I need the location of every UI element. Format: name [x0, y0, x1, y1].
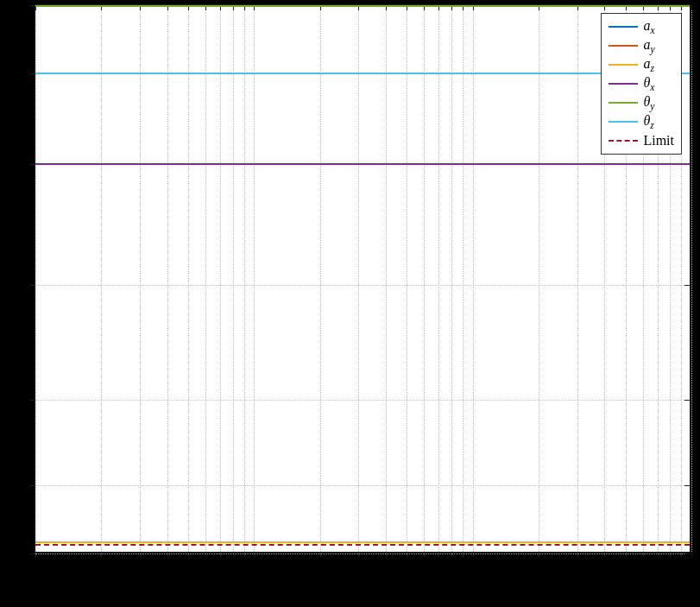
legend-swatch	[609, 83, 638, 85]
tick-bottom	[424, 552, 425, 557]
gridline-v	[438, 5, 439, 552]
tick-bottom	[658, 552, 659, 557]
legend-label: θx	[643, 75, 654, 92]
legend-row-theta_y: θy	[609, 93, 674, 112]
gridline-h	[35, 285, 690, 286]
gridline-h	[35, 485, 690, 486]
gridline-v	[205, 5, 206, 552]
tick-bottom	[643, 552, 644, 557]
legend-label: ax	[643, 18, 654, 35]
tick-bottom	[205, 552, 206, 557]
tick-bottom	[386, 552, 387, 557]
gridline-v	[233, 5, 234, 552]
series-a_z	[35, 541, 690, 543]
gridline-v	[188, 5, 189, 552]
gridline-v	[358, 5, 359, 552]
gridline-v	[140, 5, 141, 552]
tick-bottom	[244, 552, 245, 557]
tick-left	[30, 553, 35, 554]
tick-bottom	[626, 552, 627, 557]
tick-bottom	[407, 552, 407, 557]
legend-swatch	[609, 26, 638, 28]
gridline-v	[244, 5, 245, 552]
gridline-v	[35, 5, 36, 552]
legend-row-theta_x: θx	[609, 74, 674, 93]
gridline-h	[35, 400, 690, 401]
gridline-h	[35, 553, 690, 554]
tick-bottom	[577, 552, 578, 557]
tick-bottom	[167, 552, 168, 557]
legend-label: θz	[643, 113, 653, 130]
tick-bottom	[451, 552, 452, 557]
gridline-v	[386, 5, 387, 552]
tick-bottom	[35, 552, 36, 557]
tick-left	[30, 285, 35, 286]
legend-swatch	[609, 102, 638, 104]
chart: axayazθxθyθzLimit	[35, 4, 691, 553]
tick-bottom	[254, 552, 255, 557]
gridline-v	[167, 5, 168, 552]
plot-area	[35, 4, 691, 553]
gridline-v	[407, 5, 407, 552]
legend-row-a_z: az	[609, 55, 674, 74]
gridline-v	[451, 5, 452, 552]
series-theta_x	[35, 163, 690, 165]
legend-label: Limit	[643, 133, 674, 149]
legend: axayazθxθyθzLimit	[601, 13, 682, 155]
tick-right	[684, 485, 690, 486]
tick-bottom	[473, 552, 474, 557]
legend-row-Limit: Limit	[609, 131, 674, 150]
tick-bottom	[140, 552, 141, 557]
tick-bottom	[539, 552, 539, 557]
legend-label: θy	[643, 94, 654, 111]
gridline-v	[539, 5, 539, 552]
gridline-v	[320, 5, 321, 552]
tick-right	[684, 553, 690, 554]
gridline-v	[473, 5, 474, 552]
legend-label: az	[643, 56, 653, 73]
gridline-v	[220, 5, 221, 552]
tick-bottom	[691, 552, 692, 557]
tick-bottom	[320, 552, 321, 557]
tick-bottom	[438, 552, 439, 557]
tick-bottom	[463, 552, 464, 557]
gridline-v	[463, 5, 464, 552]
tick-bottom	[101, 552, 102, 557]
tick-bottom	[681, 552, 682, 557]
gridline-v	[424, 5, 425, 552]
legend-row-a_y: ay	[609, 36, 674, 55]
tick-right	[684, 285, 690, 286]
legend-swatch	[609, 121, 638, 123]
tick-bottom	[233, 552, 234, 557]
gridline-v	[254, 5, 255, 552]
gridline-v	[101, 5, 102, 552]
tick-top	[691, 5, 692, 10]
legend-row-a_x: ax	[609, 17, 674, 36]
tick-bottom	[188, 552, 189, 557]
tick-bottom	[220, 552, 221, 557]
tick-right	[684, 400, 690, 401]
tick-bottom	[670, 552, 671, 557]
legend-swatch	[609, 45, 638, 47]
gridline-v	[691, 5, 692, 552]
tick-bottom	[358, 552, 359, 557]
series-theta_y	[35, 5, 690, 7]
gridline-v	[577, 5, 578, 552]
legend-row-theta_z: θz	[609, 112, 674, 131]
tick-left	[30, 485, 35, 486]
tick-left	[30, 400, 35, 401]
legend-swatch	[609, 64, 638, 66]
legend-label: ay	[643, 37, 654, 54]
legend-swatch	[609, 140, 638, 142]
series-Limit	[35, 544, 690, 546]
tick-bottom	[604, 552, 605, 557]
series-theta_z	[35, 73, 690, 74]
